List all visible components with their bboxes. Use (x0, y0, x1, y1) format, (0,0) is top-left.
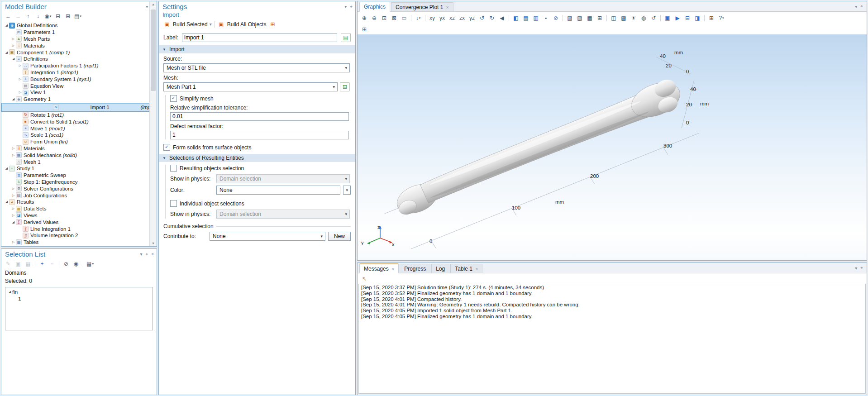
view-zx-icon[interactable]: zx (458, 14, 467, 22)
resulting-objects-checkbox[interactable]: Resulting objects selection (170, 165, 351, 172)
messages-log[interactable]: [Sep 15, 2020 3:37 PM] Solution time (St… (358, 284, 866, 394)
pin-icon[interactable]: ⌖ (860, 4, 863, 9)
selection-root-row[interactable]: ◢ fin (7, 289, 151, 296)
deselect-all-icon[interactable]: ⊘ (551, 14, 560, 22)
tree-item-materials[interactable]: ▷⣿Materials (1, 145, 157, 152)
view-menu-icon[interactable]: ▤▾ (86, 260, 95, 268)
tree-item-move-1[interactable]: +Move 1(mov1) (1, 125, 157, 132)
panel-menu-icon[interactable]: ▾ (344, 4, 347, 9)
reset-hiding-icon[interactable]: ⊞ (595, 14, 604, 22)
expand-arrow-icon[interactable]: ▷ (11, 147, 16, 150)
tree-item-import-1[interactable]: ⇲Import 1(imp1) (1, 103, 157, 112)
individual-objects-checkbox[interactable]: Individual object selections (170, 200, 351, 207)
panel-menu-icon[interactable]: ▾ (146, 4, 148, 9)
expand-arrow-icon[interactable]: ▷ (11, 207, 16, 210)
section-selections[interactable]: ▼ Selections of Resulting Entities (159, 154, 355, 162)
remove-icon[interactable]: − (48, 260, 57, 268)
tab-progress[interactable]: Progress (400, 264, 430, 273)
tree-item-component-1[interactable]: ◢▣Component 1(comp 1) (1, 49, 157, 56)
mesh-select[interactable]: Mesh Part 1 ▾ (163, 82, 338, 91)
tree-item-mesh-parts[interactable]: ▷▲Mesh Parts (1, 36, 157, 43)
move-down-icon[interactable]: ↓ (33, 12, 43, 20)
build-selected-icon[interactable]: ▣ (162, 20, 172, 29)
contribute-to-select[interactable]: None ▾ (210, 232, 325, 241)
undo-icon[interactable]: ↺ (649, 14, 658, 22)
pin-icon[interactable]: ⌖ (350, 4, 353, 10)
tree-item-data-sets[interactable]: ▷▦Data Sets (1, 205, 157, 212)
collapse-arrow-icon[interactable]: ◢ (4, 167, 9, 170)
graphics-viewport[interactable]: 40mm2004020mm0300200mm1000 z y x (358, 34, 867, 261)
expand-arrow-icon[interactable]: ▷ (11, 214, 16, 217)
tree-item-line-integration-1[interactable]: ∫Line Integration 1 (1, 225, 157, 232)
animate-icon[interactable]: ▶ (673, 14, 682, 22)
tree-item-parametric-sweep[interactable]: ≣Parametric Sweep (1, 172, 157, 179)
collapse-arrow-icon[interactable]: ◢ (4, 200, 9, 204)
view-yx-icon[interactable]: yx (438, 14, 447, 22)
tree-item-volume-integration-2[interactable]: ∫∫Volume Integration 2 (1, 232, 157, 239)
tree-item-derived-values[interactable]: ◢∑Derived Values (1, 219, 157, 225)
expand-arrow-icon[interactable]: ▷ (18, 77, 23, 81)
tab-log[interactable]: Log (431, 264, 449, 273)
tree-menu-icon[interactable]: ▤▾ (73, 12, 82, 20)
copy-icon[interactable]: ▣ (14, 260, 23, 268)
expand-arrow-icon[interactable]: ▷ (18, 91, 23, 94)
tolerance-input[interactable] (170, 112, 349, 121)
hide-objects-icon[interactable]: ▧ (575, 14, 584, 22)
help-icon[interactable]: ?▾ (717, 14, 726, 22)
zoom-extents-icon[interactable]: ⊡ (380, 14, 389, 22)
disable-icon[interactable]: ⊘ (62, 260, 71, 268)
panel-menu-icon[interactable]: ▾ (140, 252, 142, 257)
edit-icon[interactable]: ✎ (4, 260, 13, 268)
select-points-icon[interactable]: ▪ (541, 14, 550, 22)
paste-icon[interactable]: ▤ (24, 260, 33, 268)
image-snapshot-icon[interactable]: ▣ (663, 14, 672, 22)
tree-item-participation-factors-1[interactable]: ▷∴Participation Factors 1(mpf1) (1, 62, 157, 69)
rename-label-icon[interactable]: ▤ (341, 33, 351, 42)
environment-icon[interactable]: ◍ (639, 14, 648, 22)
panel-menu-icon[interactable]: ▾ (855, 266, 857, 271)
tree-item-materials[interactable]: ▷⣿Materials (1, 42, 157, 49)
tree-item-step-1-eigenfrequency[interactable]: λStep 1: Eigenfrequency (1, 179, 157, 186)
source-select[interactable]: Mesh or STL file ▾ (163, 63, 350, 72)
selection-list-item[interactable]: 1 (7, 296, 151, 302)
defect-input[interactable] (170, 131, 349, 139)
tab-convergence-plot-1[interactable]: Convergence Plot 1× (391, 2, 453, 11)
expand-arrow-icon[interactable]: ▷ (11, 153, 16, 157)
collapse-arrow-icon[interactable]: ◢ (4, 24, 9, 27)
select-boundaries-icon[interactable]: ▤ (521, 14, 530, 22)
tree-item-mesh-1[interactable]: △Mesh 1 (1, 158, 157, 165)
zoom-box-icon[interactable]: ▭ (400, 14, 409, 22)
move-up-icon[interactable]: ↑ (24, 12, 33, 20)
go-to-default-view-icon[interactable]: ↓▾ (414, 14, 423, 22)
show-all-icon[interactable]: ▦ (585, 14, 594, 22)
tree-item-solid-mechanics[interactable]: ▷▦Solid Mechanics(solid) (1, 152, 157, 158)
tree-item-equation-view[interactable]: ▤Equation View (1, 82, 157, 89)
tab-graphics[interactable]: Graphics (359, 2, 390, 12)
tree-item-parameters-1[interactable]: PiParameters 1 (1, 29, 157, 36)
view-xy-icon[interactable]: xy (428, 14, 437, 22)
pin-icon[interactable]: ⌖ (860, 265, 863, 271)
tree-item-form-union[interactable]: ∪Form Union(fin) (1, 138, 157, 145)
expand-arrow-icon[interactable]: ▷ (11, 187, 16, 191)
zoom-out-icon[interactable]: ⊖ (370, 14, 379, 22)
tree-item-view-1[interactable]: ▷◪View 1 (1, 89, 157, 96)
wireframe-icon[interactable]: ▩ (619, 14, 628, 22)
hide-selected-icon[interactable]: ▨ (565, 14, 574, 22)
build-selected-button[interactable]: Build Selected (173, 21, 208, 28)
expand-arrow-icon[interactable]: ▷ (11, 44, 16, 48)
show-icon[interactable]: ◉ (72, 260, 81, 268)
selection-list-box[interactable]: ◢ fin 1 (5, 287, 153, 330)
close-icon[interactable]: × (446, 5, 448, 10)
tree-item-boundary-system-1[interactable]: ▷⊥Boundary System 1(sys1) (1, 76, 157, 82)
tree-item-geometry-1[interactable]: ◢◆Geometry 1 (1, 96, 157, 103)
simplify-mesh-checkbox[interactable]: ✓ Simplify mesh (170, 95, 351, 102)
transparency-icon[interactable]: ◫ (609, 14, 618, 22)
section-collapse-icon[interactable]: ▼ (162, 48, 166, 52)
color-dropdown-button[interactable]: ▾ (343, 186, 351, 195)
collapse-arrow-icon[interactable]: ◢ (11, 220, 16, 224)
tab-table-1[interactable]: Table 1× (450, 264, 482, 273)
chevron-down-icon[interactable]: ▾ (210, 22, 212, 27)
tree-item-integration-1[interactable]: ∫Integration 1(intop1) (1, 69, 157, 76)
edit-mesh-part-icon[interactable]: ⊞ (340, 82, 350, 91)
tree-item-scale-1[interactable]: ↘Scale 1(sca1) (1, 132, 157, 138)
